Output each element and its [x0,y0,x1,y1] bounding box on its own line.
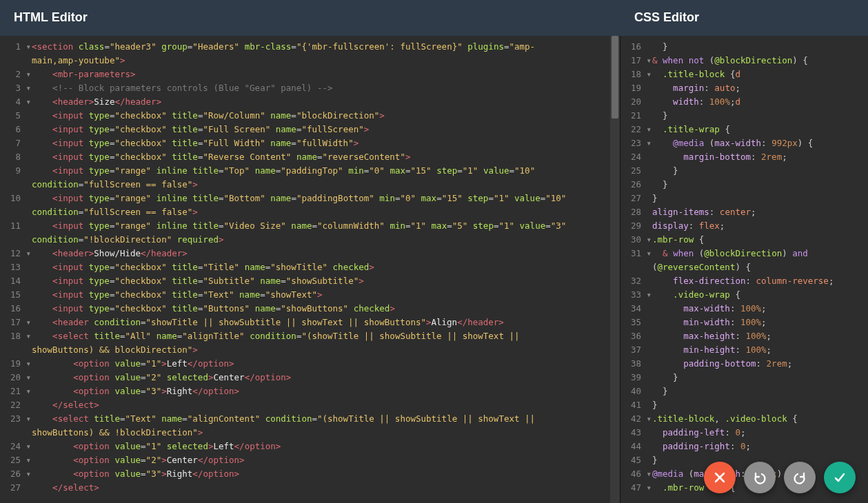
css-code-line[interactable]: } [652,109,858,123]
html-code-line[interactable]: <option value="1">Left</option> [32,357,610,371]
css-code-line[interactable]: } [652,164,858,178]
html-code-line[interactable]: <header condition="showTitle || showSubt… [32,316,610,329]
html-code-line[interactable]: showButtons) && !blockDirection"> [32,426,610,440]
html-code-line[interactable]: <input type="checkbox" title="Full Width… [32,136,610,150]
fold-icon[interactable]: ▾ [24,453,31,467]
fold-icon[interactable]: ▾ [24,316,31,329]
html-code-line[interactable]: <input type="range" inline title="Bottom… [32,192,610,205]
html-code-line[interactable]: <select title="All" name="alignTitle" co… [32,329,610,343]
css-code-line[interactable]: } [652,40,858,54]
fold-icon[interactable]: ▾ [24,371,31,384]
css-code-line[interactable]: .title-wrap { [652,123,858,136]
css-code-line[interactable]: width: 100%;d [652,95,858,109]
html-code-line[interactable]: <option value="2">Center</option> [32,453,610,467]
html-code-line[interactable]: <input type="range" inline title="Top" n… [32,164,610,178]
html-code-line[interactable]: <header>Show/Hide</header> [32,247,610,260]
html-code-line[interactable]: <input type="checkbox" title="Reverse Co… [32,150,610,164]
fold-icon[interactable]: ▾ [24,95,31,109]
fold-icon[interactable]: ▾ [24,357,31,371]
fold-icon[interactable]: ▾ [24,384,31,398]
css-code-line[interactable]: } [652,192,858,205]
css-code-line[interactable]: } [652,371,858,384]
css-code-line[interactable]: padding-bottom: 2rem; [652,357,858,371]
fold-icon[interactable]: ▾ [645,412,652,426]
html-code-line[interactable]: <input type="checkbox" title="Subtitle" … [32,274,610,288]
html-code-line[interactable]: condition="!blockDirection" required> [32,233,610,247]
html-code-line[interactable]: <input type="range" inline title="Video … [32,219,610,233]
fold-icon[interactable]: ▾ [24,68,31,81]
fold-icon[interactable]: ▾ [24,81,31,95]
html-code-line[interactable]: condition="fullScreen == false"> [32,205,610,219]
css-editor-pane[interactable]: 1617▾18▾19202122▾23▾24252627282930▾31▾32… [620,36,868,503]
fold-icon[interactable]: ▾ [645,123,652,136]
css-code-line[interactable]: & when (@blockDirection) and [652,247,858,260]
css-code-line[interactable]: align-items: center; [652,205,858,219]
css-code-line[interactable]: } [652,178,858,192]
fold-icon[interactable]: ▾ [24,40,31,54]
css-line-number: 35 [620,316,644,329]
css-code-area[interactable]: }& when not (@blockDirection) { .title-b… [652,36,858,503]
css-code-line[interactable]: max-height: 100%; [652,329,858,343]
cancel-button[interactable] [704,462,736,493]
html-code-line[interactable]: <mbr-parameters> [32,68,610,81]
css-code-line[interactable]: display: flex; [652,219,858,233]
html-code-line[interactable]: <!-- Block parameters controls (Blue "Ge… [32,81,610,95]
html-code-line[interactable]: <option value="3">Right</option> [32,467,610,481]
html-code-line[interactable]: showButtons) && blockDirection"> [32,343,610,357]
fold-icon[interactable]: ▾ [645,54,652,68]
redo-button[interactable] [784,462,816,493]
css-code-line[interactable]: .title-block, .video-block { [652,412,858,426]
css-code-line[interactable]: .video-wrap { [652,288,858,302]
confirm-button[interactable] [824,462,856,493]
css-code-line[interactable]: } [652,398,858,412]
close-icon [714,471,726,484]
html-code-line[interactable]: main,amp-youtube"> [32,54,610,68]
html-code-line[interactable]: <option value="1" selected>Left</option> [32,440,610,453]
fold-icon[interactable]: ▾ [645,233,652,247]
html-code-line[interactable]: <select title="Text" name="alignContent"… [32,412,610,426]
css-code-line[interactable]: (@reverseContent) { [652,260,858,274]
fold-icon[interactable]: ▾ [24,412,31,426]
fold-icon[interactable]: ▾ [645,68,652,81]
fold-icon[interactable]: ▾ [24,467,31,481]
html-code-line[interactable]: <input type="checkbox" title="Row/Column… [32,109,610,123]
html-code-line[interactable]: <header>Size</header> [32,95,610,109]
css-code-line[interactable]: margin-bottom: 2rem; [652,150,858,164]
html-code-line[interactable]: <input type="checkbox" title="Title" nam… [32,260,610,274]
html-code-line[interactable]: <input type="checkbox" title="Text" name… [32,288,610,302]
html-code-line[interactable]: </select> [32,398,610,412]
css-code-line[interactable]: .mbr-row { [652,233,858,247]
html-code-line[interactable]: <section class="header3" group="Headers"… [32,40,610,54]
css-line-number: 33▾ [620,288,644,302]
html-code-line[interactable]: condition="fullScreen == false"> [32,178,610,192]
css-code-line[interactable]: @media (max-width: 992px) { [652,136,858,150]
html-editor-pane[interactable]: 1▾2▾3▾4▾56789101112▾1314151617▾18▾19▾20▾… [0,36,620,503]
css-code-line[interactable]: & when not (@blockDirection) { [652,54,858,68]
css-code-line[interactable]: min-width: 100%; [652,316,858,329]
fold-icon[interactable]: ▾ [645,481,652,495]
fold-icon[interactable]: ▾ [24,329,31,343]
html-scroll-thumb[interactable] [612,36,618,119]
fold-icon[interactable]: ▾ [645,288,652,302]
html-code-line[interactable]: </select> [32,481,610,495]
html-code-line[interactable]: <option value="3">Right</option> [32,384,610,398]
html-code-area[interactable]: <section class="header3" group="Headers"… [32,36,610,503]
fold-icon[interactable]: ▾ [645,467,652,481]
html-code-line[interactable]: <input type="checkbox" title="Full Scree… [32,123,610,136]
css-code-line[interactable]: .title-block {d [652,68,858,81]
css-code-line[interactable]: min-height: 100%; [652,343,858,357]
fold-icon[interactable]: ▾ [24,247,31,260]
fold-icon[interactable]: ▾ [645,136,652,150]
css-code-line[interactable]: margin: auto; [652,81,858,95]
css-code-line[interactable]: flex-direction: column-reverse; [652,274,858,288]
fold-icon[interactable]: ▾ [645,247,652,260]
css-code-line[interactable]: padding-right: 0; [652,440,858,453]
css-code-line[interactable]: padding-left: 0; [652,426,858,440]
css-code-line[interactable]: max-width: 100%; [652,302,858,316]
css-code-line[interactable]: } [652,384,858,398]
html-code-line[interactable]: <option value="2" selected>Center</optio… [32,371,610,384]
html-code-line[interactable]: <input type="checkbox" title="Buttons" n… [32,302,610,316]
undo-button[interactable] [744,462,776,493]
html-scrollbar[interactable] [610,36,620,503]
fold-icon[interactable]: ▾ [24,440,31,453]
